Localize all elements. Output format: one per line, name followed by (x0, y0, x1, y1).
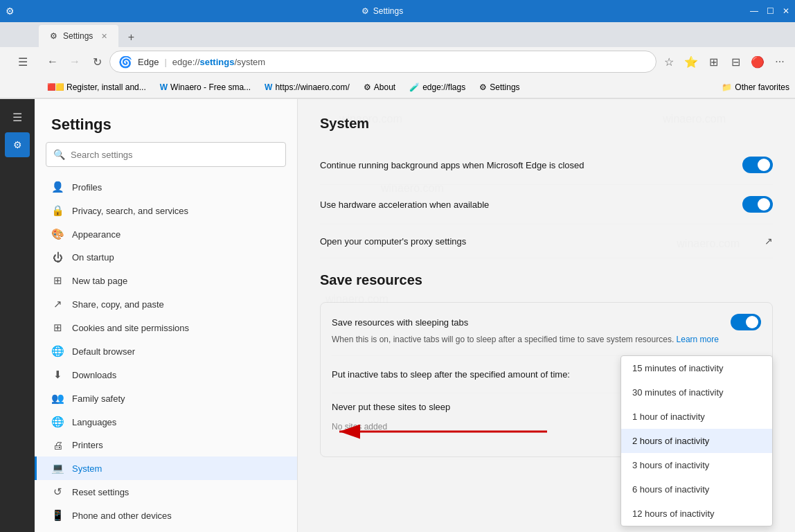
bookmark-winaero1-label: Winaero - Free sma... (170, 82, 251, 92)
minimize-button[interactable]: — (750, 6, 758, 16)
bookmark-winaero2[interactable]: W https://winaero.com/ (259, 81, 355, 94)
bookmark-microsoft-label: Register, install and... (66, 82, 146, 92)
maximize-button[interactable]: ☐ (767, 6, 774, 16)
tab-label: Settings (63, 31, 93, 41)
sidebar-item-label: Languages (72, 417, 116, 427)
strip-add-button[interactable]: + (5, 527, 30, 532)
sidebar-item-label: On startup (72, 252, 114, 263)
close-button[interactable]: ✕ (783, 6, 789, 16)
content-area: winaero.com winaero.com winaero.com wina… (298, 99, 795, 532)
option-6hours[interactable]: 6 hours of inactivity (621, 477, 772, 502)
option-12hours[interactable]: 12 hours of inactivity (621, 502, 772, 526)
sidebar-item-appearance[interactable]: 🎨 Appearance (35, 222, 297, 246)
strip-menu-button[interactable]: ☰ (5, 105, 30, 130)
startup-icon: ⏻ (51, 251, 64, 263)
proxy-external-link[interactable]: ↗ (765, 236, 773, 247)
title-bar-icon: ⚙ (361, 6, 369, 16)
sleeping-tabs-desc: When this is on, inactive tabs will go t… (332, 335, 761, 344)
edge-label: Edge (138, 57, 159, 67)
sidebar-item-defaultbrowser[interactable]: 🌐 Default browser (35, 339, 297, 363)
edge-logo-icon: 🌀 (118, 55, 132, 69)
bookmark-about-label: About (374, 82, 395, 92)
sidebar-item-languages[interactable]: 🌐 Languages (35, 410, 297, 434)
profiles-icon: 👤 (51, 181, 64, 193)
main-layout: ☰ ⚙ + Settings 🔍 👤 Profiles 🔒 Privacy, s… (0, 99, 795, 532)
title-bar-title: Settings (373, 6, 403, 16)
appearance-icon: 🎨 (51, 228, 64, 240)
downloads-icon: ⬇ (51, 369, 64, 381)
option-2hours[interactable]: 2 hours of inactivity (621, 429, 772, 453)
bookmark-microsoft[interactable]: 🟥🟨 Register, install and... (42, 81, 152, 94)
sidebar-item-label: Downloads (72, 370, 116, 380)
sidebar-item-label: Family safety (72, 393, 125, 404)
sidebar-item-label: Cookies and site permissions (72, 323, 189, 333)
sidebar-item-system[interactable]: 💻 System (35, 456, 297, 480)
bookmark-winaero2-label: https://winaero.com/ (275, 82, 349, 92)
sidebar-item-about[interactable]: 🌀 About Microsoft Edge (35, 527, 297, 532)
setting-proxy: Open your computer's proxy settings ↗ (320, 224, 773, 258)
share-icon: ↗ (51, 298, 64, 310)
phone-icon: 📱 (51, 509, 64, 522)
sidebar-item-printers[interactable]: 🖨 Printers (35, 434, 297, 456)
sidebar-item-label: Reset settings (72, 487, 129, 497)
sidebar-item-share[interactable]: ↗ Share, copy, and paste (35, 292, 297, 316)
settings-more[interactable]: ··· (770, 52, 789, 71)
bookmark-flags-label: edge://flags (422, 82, 465, 92)
sidebar-item-reset[interactable]: ↺ Reset settings (35, 480, 297, 504)
sidebar-item-cookies[interactable]: ⊞ Cookies and site permissions (35, 316, 297, 339)
active-tab[interactable]: ⚙ Settings ✕ (39, 25, 118, 47)
bookmark-settings[interactable]: ⚙ Settings (474, 81, 525, 94)
forward-button[interactable]: → (65, 52, 84, 71)
learn-more-link[interactable]: Learn more (677, 335, 719, 344)
settings-sidebar: Settings 🔍 👤 Profiles 🔒 Privacy, search,… (35, 99, 298, 532)
bookmark-settings-label: Settings (490, 82, 519, 92)
sidebar-item-profiles[interactable]: 👤 Profiles (35, 175, 297, 199)
sleep-dropdown-menu: 15 minutes of inactivity 30 minutes of i… (620, 355, 773, 526)
new-tab-button[interactable]: + (121, 28, 141, 47)
bookmark-flags[interactable]: 🧪 edge://flags (404, 81, 471, 94)
address-bar[interactable]: 🌀 Edge | edge://settings/system (109, 51, 656, 73)
printers-icon: 🖨 (51, 439, 64, 451)
sidebar-item-label: Default browser (72, 346, 135, 357)
option-1hour[interactable]: 1 hour of inactivity (621, 405, 772, 429)
sidebar-item-family[interactable]: 👥 Family safety (35, 387, 297, 410)
setting-background-apps: Continue running background apps when Mi… (320, 145, 773, 185)
bookmark-winaero1[interactable]: W Winaero - Free sma... (154, 81, 256, 94)
search-icon: 🔍 (53, 149, 65, 160)
option-30min[interactable]: 30 minutes of inactivity (621, 380, 772, 405)
sidebar-item-privacy[interactable]: 🔒 Privacy, search, and services (35, 199, 297, 222)
sidebar-item-label: Share, copy, and paste (72, 299, 164, 310)
search-input[interactable] (71, 150, 278, 160)
search-box[interactable]: 🔍 (46, 142, 286, 167)
defaultbrowser-icon: 🌐 (51, 345, 64, 357)
profile-button[interactable]: 🔴 (748, 52, 767, 71)
strip-settings-button[interactable]: ⚙ (5, 132, 30, 157)
sidebar-toggle[interactable]: ☰ (13, 52, 33, 71)
sidebar-item-phone[interactable]: 📱 Phone and other devices (35, 504, 297, 527)
sidebar-item-label: System (72, 463, 102, 474)
hardware-accel-toggle[interactable] (742, 196, 773, 213)
hardware-accel-label: Use hardware acceleration when available (320, 200, 489, 210)
refresh-button[interactable]: ↻ (87, 52, 107, 71)
split-screen[interactable]: ⊟ (726, 52, 745, 71)
family-icon: 👥 (51, 392, 64, 405)
sidebar-item-newtab[interactable]: ⊞ New tab page (35, 269, 297, 292)
sleep-timing-label: Put inactive tabs to sleep after the spe… (332, 369, 570, 380)
sidebar-item-label: Appearance (72, 229, 120, 240)
sidebar-item-downloads[interactable]: ⬇ Downloads (35, 363, 297, 387)
sleeping-tabs-toggle[interactable] (731, 314, 761, 330)
favorites-star[interactable]: ☆ (659, 52, 679, 71)
reset-icon: ↺ (51, 486, 64, 498)
option-3hours[interactable]: 3 hours of inactivity (621, 453, 772, 477)
other-favorites-label[interactable]: Other favorites (735, 82, 789, 92)
sleeping-tabs-title: Save resources with sleeping tabs (332, 317, 468, 328)
background-apps-toggle[interactable] (742, 157, 773, 173)
favorites-menu[interactable]: ⭐ (681, 52, 701, 71)
bookmark-about[interactable]: ⚙ About (358, 81, 401, 94)
sidebar-item-startup[interactable]: ⏻ On startup (35, 246, 297, 269)
option-15min[interactable]: 15 minutes of inactivity (621, 356, 772, 380)
proxy-label: Open your computer's proxy settings (320, 236, 466, 247)
tab-search[interactable]: ⊞ (704, 52, 723, 71)
system-icon: 💻 (51, 462, 64, 475)
back-button[interactable]: ← (43, 52, 62, 71)
